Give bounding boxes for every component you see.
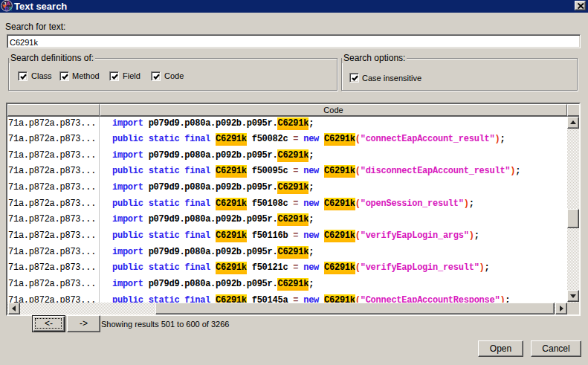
svg-text:X: X [8,6,12,11]
